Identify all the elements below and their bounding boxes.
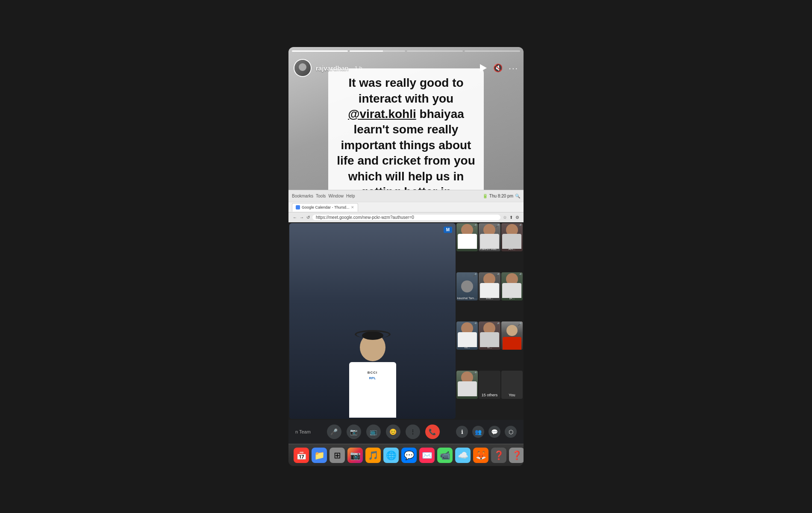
video-thumb-6: yk... 🎤 <box>501 272 523 301</box>
share-icon[interactable]: ⬆ <box>509 215 513 220</box>
end-call-btn[interactable]: 📞 <box>425 425 440 439</box>
camera-control-btn[interactable]: 📷 <box>347 425 361 439</box>
thumb-mic-icon-10: 🎤 <box>473 371 477 375</box>
browser-menu-window[interactable]: Window <box>328 194 344 198</box>
video-thumb-7: va... 🎤 <box>456 321 478 350</box>
thumb-mic-icon-7: 🎤 <box>473 322 477 326</box>
play-button[interactable] <box>478 63 487 73</box>
more-ctrl-btn[interactable]: ⋮ <box>406 425 420 439</box>
progress-segment-1 <box>292 50 348 52</box>
thumb-name-8: Vi... <box>480 346 499 349</box>
story-top: rajvardhan 1 h 🔇 ··· It was really good … <box>288 47 524 222</box>
mini-person-3 <box>502 224 521 251</box>
video-thumb-virat: 🎤 <box>501 321 523 350</box>
jersey-logo: RPL <box>369 376 376 380</box>
video-grid: 🎤 Rakesh Madu... 🎤 <box>456 223 523 419</box>
browser-menu-bookmarks[interactable]: Bookmarks <box>292 194 313 198</box>
play-triangle-icon <box>480 64 487 72</box>
browser-tab-calendar[interactable]: Google Calendar - Thursd... ✕ <box>292 203 358 212</box>
mini-body-5 <box>480 283 499 298</box>
mini-body-3 <box>502 234 521 249</box>
video-thumb-4: kaushal Tambe 🎤 <box>456 272 478 301</box>
mini-body-8 <box>480 332 499 347</box>
bookmark-icon[interactable]: ☆ <box>503 215 507 220</box>
video-thumb-2: Rakesh Madu... 🎤 <box>479 223 500 251</box>
back-icon[interactable]: ← <box>293 215 297 220</box>
video-main: M BCCI RPL <box>288 222 524 420</box>
dock-item-help2[interactable]: ❓ <box>509 448 524 463</box>
browser-menu-tools[interactable]: Tools <box>316 194 326 198</box>
video-thumb-1: 🎤 <box>456 223 478 251</box>
jersey-text: BCCI <box>368 371 378 374</box>
virat-body <box>503 337 521 350</box>
dock-item-finder[interactable]: 📁 <box>312 448 327 463</box>
progress-segment-2 <box>350 50 406 52</box>
screen-share-btn[interactable]: 📺 <box>366 425 381 439</box>
caption-line5: important things about <box>341 139 471 152</box>
mini-body-6 <box>502 283 521 298</box>
browser-time: Thu 8:20 pm <box>489 194 513 198</box>
mute-icon[interactable]: 🔇 <box>493 63 503 73</box>
more-options-icon[interactable]: ··· <box>509 63 518 73</box>
chat-icon[interactable]: 💬 <box>488 426 500 438</box>
thumb-name-2: Rakesh Madu... <box>480 248 499 251</box>
settings-icon[interactable]: ⚙ <box>515 215 519 220</box>
video-thumb-you: You <box>501 371 523 399</box>
dock-item-cloud[interactable]: ☁️ <box>455 448 471 463</box>
url-field[interactable]: https://meet.google.com/new-pckr-wzm?aut… <box>312 215 500 220</box>
browser-time-area: 🔋 Thu 8:20 pm 🔍 <box>482 194 520 198</box>
dock-item-instagram[interactable]: 📷 <box>347 448 363 463</box>
browser-url-bar: ← → ↺ https://meet.google.com/new-pckr-w… <box>288 212 524 222</box>
video-person-large: BCCI RPL <box>289 223 456 419</box>
progress-segment-4 <box>465 50 521 52</box>
thumb-mic-icon-1: 🎤 <box>473 224 477 228</box>
thumb-name-6: yk... <box>502 297 522 300</box>
info-icon[interactable]: ℹ <box>456 426 468 438</box>
mini-person-7 <box>458 322 477 349</box>
video-large-main: M BCCI RPL <box>289 223 456 419</box>
mini-body-2 <box>480 234 499 249</box>
progress-segment-3 <box>407 50 463 52</box>
story-container: rajvardhan 1 h 🔇 ··· It was really good … <box>288 47 524 466</box>
mini-body-10 <box>458 381 477 396</box>
dock-item-firefox[interactable]: 🦊 <box>473 448 488 463</box>
mini-person-1 <box>458 224 477 251</box>
video-thumb-5: sha... 🎤 <box>479 272 500 301</box>
meet-controls-bar: n Team 🎤 📷 📺 😊 ⋮ 📞 ℹ 👥 💬 ⬡ <box>288 420 524 444</box>
refresh-icon[interactable]: ↺ <box>306 215 310 220</box>
caption-line6: life and cricket from you <box>337 154 475 167</box>
mini-person-5 <box>480 273 499 300</box>
headphones-icon <box>355 330 391 339</box>
video-thumb-3: Am... 🎤 <box>501 223 523 251</box>
dock-item-messages[interactable]: 💬 <box>401 448 417 463</box>
dock-item-music[interactable]: 🎵 <box>365 448 381 463</box>
mini-person-2 <box>480 224 499 251</box>
people-icon[interactable]: 👥 <box>472 426 484 438</box>
tab-close-icon[interactable]: ✕ <box>351 205 354 209</box>
dock-item-launchpad[interactable]: ⊞ <box>330 448 345 463</box>
others-count-text: 15 others <box>480 391 500 399</box>
controls-center: 🎤 📷 📺 😊 ⋮ 📞 <box>327 425 440 439</box>
mic-control-btn[interactable]: 🎤 <box>327 425 341 439</box>
dock-item-help1[interactable]: ❓ <box>491 448 506 463</box>
browser-tabs-row: Bookmarks Tools Window Help 🔋 Thu 8:20 p… <box>292 194 520 198</box>
browser-battery-icon: 🔋 <box>482 194 488 198</box>
browser-search-icon[interactable]: 🔍 <box>515 194 520 198</box>
activities-icon[interactable]: ⬡ <box>505 426 517 438</box>
browser-menu-help[interactable]: Help <box>346 194 355 198</box>
virat-head <box>506 325 518 336</box>
thumb-mic-icon-8: 🎤 <box>495 322 500 326</box>
dock-item-calendar[interactable]: 📅 <box>294 448 309 463</box>
emoji-btn[interactable]: 😊 <box>386 425 400 439</box>
browser-tabs-bar: Bookmarks Tools Window Help 🔋 Thu 8:20 p… <box>288 190 524 202</box>
progress-bar-area <box>288 47 524 52</box>
dock-item-mail[interactable]: ✉️ <box>419 448 435 463</box>
dock-item-facetime[interactable]: 📹 <box>437 448 453 463</box>
caption-line2: interact with you <box>359 92 453 105</box>
dock-item-browser[interactable]: 🌐 <box>383 448 399 463</box>
username: rajvardhan <box>316 65 349 72</box>
thumb-mic-icon-virat: 🎤 <box>518 322 522 326</box>
thumb-name-5: sha... <box>480 297 499 300</box>
forward-icon[interactable]: → <box>300 215 304 220</box>
browser-tab-label: Google Calendar - Thursd... <box>302 205 349 209</box>
